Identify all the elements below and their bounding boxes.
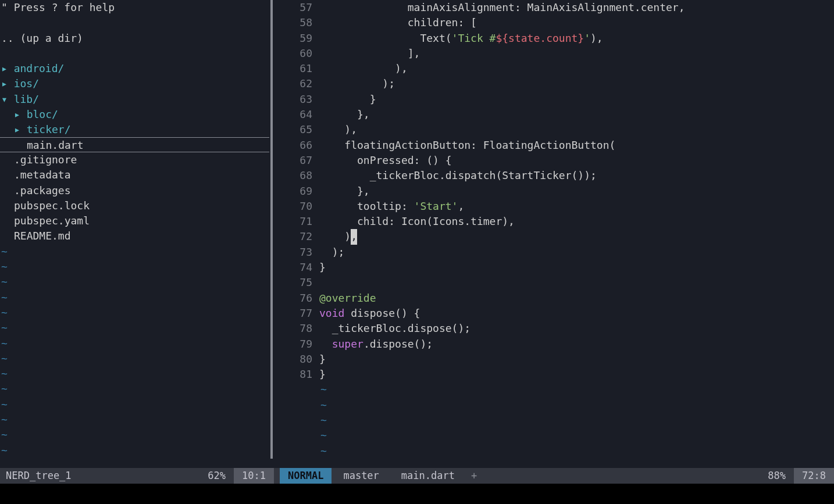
line-number: 68 bbox=[280, 168, 312, 183]
code-line[interactable]: tooltip: 'Start', bbox=[319, 199, 834, 214]
editor-pane[interactable]: 5758596061626364656667686970717273747576… bbox=[280, 0, 834, 468]
nerdtree-tilde: ~ bbox=[0, 443, 269, 458]
line-number: 59 bbox=[280, 31, 312, 46]
editor-tilde: ~ bbox=[319, 444, 834, 459]
line-number: 70 bbox=[280, 199, 312, 214]
code-line[interactable]: super.dispose(); bbox=[319, 337, 834, 352]
nerdtree-tilde: ~ bbox=[0, 366, 269, 381]
statusline-nerdtree: NERD_tree_1 62% 10:1 bbox=[0, 468, 280, 484]
nerdtree-pane[interactable]: " Press ? for help .. (up a dir)▸ androi… bbox=[0, 0, 269, 468]
nerdtree-tilde: ~ bbox=[0, 305, 269, 320]
tree-dir-bloc[interactable]: ▸ bloc/ bbox=[0, 107, 269, 122]
line-number-gutter: 5758596061626364656667686970717273747576… bbox=[280, 0, 319, 468]
line-number: 72 bbox=[280, 229, 312, 244]
nerdtree-tilde: ~ bbox=[0, 274, 269, 289]
tree-file-main.dart[interactable]: main.dart bbox=[0, 137, 269, 152]
statusline-left-pos: 10:1 bbox=[234, 468, 274, 484]
line-number: 76 bbox=[280, 291, 312, 306]
tree-file-pubspec.lock[interactable]: pubspec.lock bbox=[0, 198, 269, 213]
line-number: 78 bbox=[280, 321, 312, 336]
nerdtree-tilde: ~ bbox=[0, 427, 269, 442]
code-line[interactable]: ), bbox=[319, 122, 834, 137]
code-line[interactable]: onPressed: () { bbox=[319, 153, 834, 168]
line-number: 71 bbox=[280, 214, 312, 229]
line-number: 57 bbox=[280, 0, 312, 15]
code-line[interactable]: mainAxisAlignment: MainAxisAlignment.cen… bbox=[319, 0, 834, 15]
mode-indicator: NORMAL bbox=[280, 468, 332, 484]
code-line[interactable]: } bbox=[319, 367, 834, 382]
modified-indicator: + bbox=[465, 468, 483, 483]
editor-tilde: ~ bbox=[319, 382, 834, 397]
line-number: 67 bbox=[280, 153, 312, 168]
code-line[interactable]: }, bbox=[319, 107, 834, 122]
tree-file-.gitignore[interactable]: .gitignore bbox=[0, 152, 269, 167]
command-line[interactable] bbox=[0, 484, 834, 504]
line-number: 73 bbox=[280, 245, 312, 260]
code-area[interactable]: mainAxisAlignment: MainAxisAlignment.cen… bbox=[319, 0, 834, 468]
code-line[interactable]: ), bbox=[319, 229, 834, 244]
line-number: 60 bbox=[280, 46, 312, 61]
statuslines: NERD_tree_1 62% 10:1 NORMAL master main.… bbox=[0, 468, 834, 484]
line-number: 58 bbox=[280, 15, 312, 30]
nerdtree-tilde: ~ bbox=[0, 381, 269, 396]
nerdtree-tilde: ~ bbox=[0, 244, 269, 259]
tree-dir-lib[interactable]: ▾ lib/ bbox=[0, 92, 269, 107]
code-line[interactable]: ), bbox=[319, 61, 834, 76]
nerdtree-tilde: ~ bbox=[0, 336, 269, 351]
line-number: 64 bbox=[280, 107, 312, 122]
git-branch: master bbox=[332, 468, 390, 483]
editor-tilde: ~ bbox=[319, 413, 834, 428]
line-number: 63 bbox=[280, 92, 312, 107]
code-line[interactable]: ], bbox=[319, 46, 834, 61]
nerdtree-tilde: ~ bbox=[0, 412, 269, 427]
code-line[interactable]: @override bbox=[319, 291, 834, 306]
code-line[interactable]: _tickerBloc.dispose(); bbox=[319, 321, 834, 336]
statusline-left-pct: 62% bbox=[199, 468, 234, 483]
code-line[interactable]: ); bbox=[319, 76, 834, 91]
line-number: 65 bbox=[280, 122, 312, 137]
cursor: , bbox=[351, 229, 357, 244]
tree-dir-ios[interactable]: ▸ ios/ bbox=[0, 76, 269, 91]
tree-file-README.md[interactable]: README.md bbox=[0, 228, 269, 244]
statusline-editor: NORMAL master main.dart + 88% 72:8 bbox=[280, 468, 834, 484]
code-line[interactable]: ); bbox=[319, 245, 834, 260]
code-line[interactable]: _tickerBloc.dispatch(StartTicker()); bbox=[319, 168, 834, 183]
nerdtree-updir[interactable]: .. (up a dir) bbox=[0, 31, 269, 46]
code-line[interactable]: }, bbox=[319, 184, 834, 199]
code-line[interactable]: child: Icon(Icons.timer), bbox=[319, 214, 834, 229]
code-line[interactable]: void dispose() { bbox=[319, 306, 834, 321]
line-number: 62 bbox=[280, 76, 312, 91]
editor-tilde: ~ bbox=[319, 398, 834, 413]
tree-file-.metadata[interactable]: .metadata bbox=[0, 167, 269, 183]
tree-file-.packages[interactable]: .packages bbox=[0, 183, 269, 198]
line-number: 61 bbox=[280, 61, 312, 76]
editor-tilde: ~ bbox=[319, 428, 834, 443]
workspace: " Press ? for help .. (up a dir)▸ androi… bbox=[0, 0, 834, 468]
statusline-filename: main.dart bbox=[391, 468, 465, 483]
code-line[interactable]: children: [ bbox=[319, 15, 834, 30]
code-line[interactable]: floatingActionButton: FloatingActionButt… bbox=[319, 138, 834, 153]
nerdtree-root[interactable] bbox=[0, 46, 269, 61]
line-number: 69 bbox=[280, 184, 312, 199]
line-number: 77 bbox=[280, 306, 312, 321]
code-line[interactable]: } bbox=[319, 260, 834, 275]
nerdtree-tilde: ~ bbox=[0, 351, 269, 366]
code-line[interactable] bbox=[319, 275, 834, 290]
statusline-right-pos: 72:8 bbox=[794, 468, 834, 484]
statusline-left-name: NERD_tree_1 bbox=[6, 468, 199, 483]
code-line[interactable]: Text('Tick #${state.count}'), bbox=[319, 31, 834, 46]
tree-dir-ticker[interactable]: ▸ ticker/ bbox=[0, 122, 269, 137]
nerdtree-help: " Press ? for help bbox=[0, 0, 269, 15]
nerdtree-tilde: ~ bbox=[0, 259, 269, 274]
code-line[interactable]: } bbox=[319, 92, 834, 107]
tree-dir-android[interactable]: ▸ android/ bbox=[0, 61, 269, 76]
code-line[interactable]: } bbox=[319, 352, 834, 367]
nerdtree-tilde: ~ bbox=[0, 320, 269, 335]
line-number: 74 bbox=[280, 260, 312, 275]
nerdtree-tilde: ~ bbox=[0, 397, 269, 412]
line-number: 79 bbox=[280, 337, 312, 352]
statusline-right-pct: 88% bbox=[760, 468, 794, 483]
nerdtree-tilde: ~ bbox=[0, 290, 269, 305]
vertical-split[interactable] bbox=[269, 0, 280, 468]
tree-file-pubspec.yaml[interactable]: pubspec.yaml bbox=[0, 213, 269, 228]
